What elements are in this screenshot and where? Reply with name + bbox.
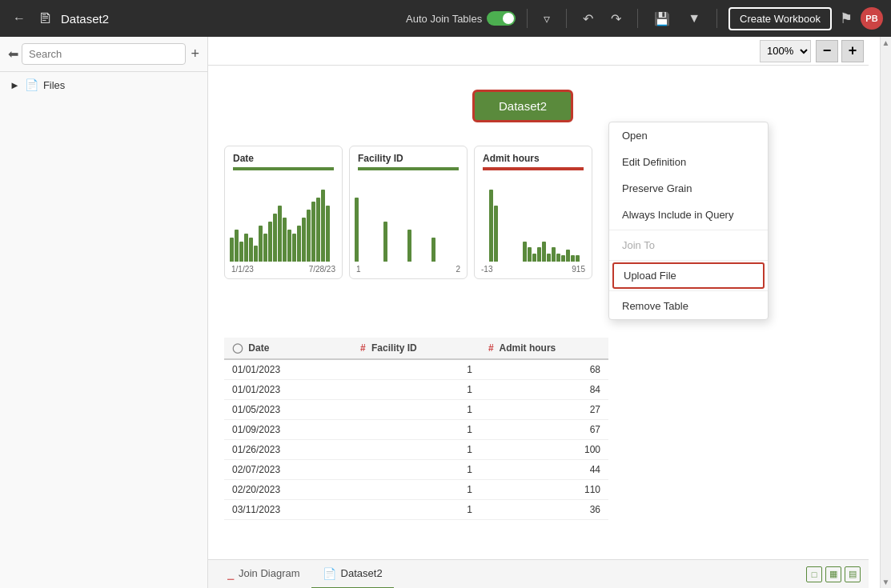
separator-1 [527, 9, 528, 28]
context-menu-divider-2 [609, 260, 768, 261]
table-header-row: ◯ Date # Facility ID # Admit hours [224, 338, 608, 359]
card-admit-bar [483, 167, 584, 170]
card-facility-min: 1 [356, 265, 361, 274]
topbar: ← 🖹 Dataset2 Auto Join Tables ▿ ↶ ↷ 💾 ▼ … [0, 0, 891, 37]
scroll-down-arrow[interactable]: ▼ [882, 578, 890, 586]
right-scrollbar[interactable]: ▲ ▼ [880, 37, 891, 588]
save-dropdown-button[interactable]: ▼ [683, 8, 705, 29]
create-workbook-button[interactable]: Create Workbook [728, 7, 832, 30]
tab-join-diagram-label: Join Diagram [239, 567, 300, 579]
table-row: 01/09/2023167 [224, 420, 608, 440]
card-facility-bar [358, 167, 459, 170]
dataset-tab-icon: 📄 [323, 567, 336, 580]
back-button[interactable]: ← [8, 8, 30, 29]
card-admit: Admit hours [474, 146, 592, 279]
card-facility-title: Facility ID [350, 146, 467, 167]
card-admit-title: Admit hours [475, 146, 592, 167]
table-row: 01/01/2023184 [224, 380, 608, 400]
chevron-right-icon: ► [10, 79, 20, 91]
hash-icon-2: # [488, 342, 494, 354]
auto-join-label: Auto Join Tables [406, 13, 482, 25]
sidebar-header: ⬅ + [0, 37, 207, 72]
files-label: Files [43, 79, 65, 91]
context-menu-preserve-grain[interactable]: Preserve Grain [609, 175, 768, 202]
card-facility-chart [350, 174, 467, 262]
tab-join-diagram[interactable]: ⎯ Join Diagram [216, 560, 311, 589]
card-date-max: 7/28/23 [309, 265, 335, 274]
context-menu-divider-3 [609, 290, 768, 291]
sidebar-item-files[interactable]: ► 📄 Files [0, 72, 207, 98]
card-date-bar [233, 167, 334, 170]
page-title: Dataset2 [61, 12, 109, 26]
card-facility: Facility ID [349, 146, 468, 279]
context-menu-upload-file[interactable]: Upload File [612, 262, 765, 289]
canvas-area: Dataset2 Date [208, 66, 869, 559]
search-input[interactable] [22, 43, 186, 65]
col-admit-label: Admit hours [500, 342, 556, 354]
dataset-node-label[interactable]: Dataset2 [472, 90, 573, 122]
card-admit-chart [475, 174, 592, 262]
save-button[interactable]: 💾 [649, 8, 675, 30]
redo-button[interactable]: ↷ [606, 8, 626, 30]
card-admit-max: 915 [572, 265, 585, 274]
context-menu-remove-table[interactable]: Remove Table [609, 293, 768, 319]
separator-2 [566, 9, 567, 28]
card-date: Date [224, 146, 343, 279]
card-admit-footer: -13 915 [475, 262, 592, 278]
table-row: 01/26/20231100 [224, 440, 608, 460]
col-header-admit: # Admit hours [480, 338, 608, 359]
card-date-footer: 1/1/23 7/28/23 [225, 262, 342, 278]
col-header-facility: # Facility ID [352, 338, 480, 359]
zoom-out-button[interactable]: − [816, 40, 838, 62]
table-row: 01/01/2023168 [224, 359, 608, 380]
separator-4 [716, 9, 717, 28]
layout-icon-2[interactable]: ▦ [825, 566, 841, 582]
context-menu-divider-1 [609, 230, 768, 230]
context-menu-open[interactable]: Open [609, 122, 768, 149]
layout-icon-1[interactable]: □ [806, 566, 822, 582]
card-facility-max: 2 [456, 265, 460, 274]
add-button[interactable]: + [191, 46, 199, 62]
layout-icon-3[interactable]: ▤ [845, 566, 861, 582]
data-table-container: ◯ Date # Facility ID # Admit hours [224, 338, 608, 520]
col-header-date: ◯ Date [224, 338, 352, 359]
tab-dataset2[interactable]: 📄 Dataset2 [311, 560, 394, 589]
data-table: ◯ Date # Facility ID # Admit hours [224, 338, 608, 520]
card-date-min: 1/1/23 [231, 265, 254, 274]
card-facility-footer: 1 2 [350, 262, 467, 278]
files-icon: 📄 [25, 78, 38, 91]
sidebar-back-button[interactable]: ⬅ [8, 46, 18, 62]
zoom-in-button[interactable]: + [841, 40, 864, 62]
zoom-select[interactable]: 100% 75% 50% 125% [760, 40, 811, 62]
separator-3 [637, 9, 638, 28]
col-facility-label: Facility ID [371, 342, 417, 354]
context-menu: Open Edit Definition Preserve Grain Alwa… [608, 122, 769, 320]
bookmark-button[interactable]: ⚑ [840, 10, 853, 27]
col-date-label: Date [248, 342, 269, 354]
tab-dataset2-label: Dataset2 [341, 567, 383, 579]
card-date-chart [225, 174, 342, 262]
scroll-up-arrow[interactable]: ▲ [882, 38, 890, 47]
filter-button[interactable]: ▿ [539, 8, 555, 30]
table-row: 01/05/2023127 [224, 400, 608, 420]
context-menu-edit-definition[interactable]: Edit Definition [609, 149, 768, 175]
card-admit-min: -13 [481, 265, 492, 274]
clock-icon: ◯ [232, 342, 243, 354]
cards-row: Date [224, 146, 592, 279]
undo-button[interactable]: ↶ [578, 8, 598, 30]
dataset-icon: 🖹 [38, 10, 53, 27]
hash-icon-1: # [360, 342, 366, 354]
table-row: 02/20/20231110 [224, 480, 608, 500]
layout-icons: □ ▦ ▤ [806, 566, 861, 582]
dataset-node[interactable]: Dataset2 [472, 90, 573, 122]
avatar[interactable]: PB [861, 7, 883, 30]
join-diagram-icon: ⎯ [227, 567, 234, 580]
search-container: + [22, 43, 199, 65]
auto-join-container: Auto Join Tables [406, 11, 516, 26]
context-menu-join-to: Join To [609, 232, 768, 258]
table-row: 03/11/2023136 [224, 500, 608, 520]
bottom-tabs: ⎯ Join Diagram 📄 Dataset2 □ ▦ ▤ [208, 559, 869, 588]
table-row: 02/07/2023144 [224, 460, 608, 480]
auto-join-toggle[interactable] [487, 11, 516, 26]
context-menu-always-include[interactable]: Always Include in Query [609, 202, 768, 228]
